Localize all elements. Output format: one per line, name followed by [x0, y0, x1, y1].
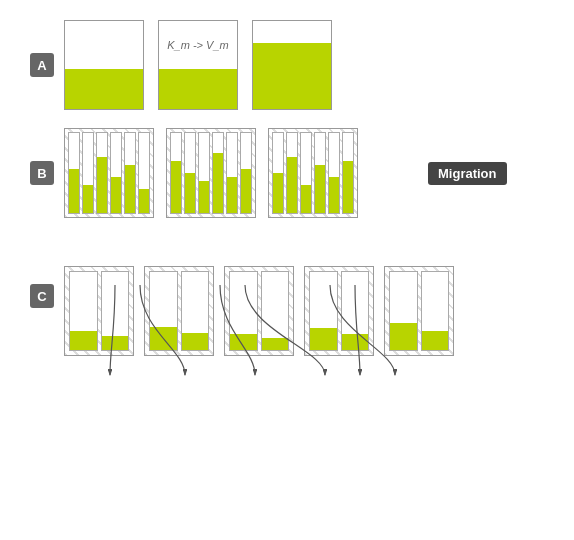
bar-c3-2: [261, 271, 290, 351]
bar-b3-3: [300, 132, 312, 214]
section-a-boxes: K_m -> V_m: [64, 20, 332, 110]
bar-b1-4: [110, 132, 122, 214]
bar-c2-2: [181, 271, 210, 351]
bar-b3-1: [272, 132, 284, 214]
bar-c3-1: [229, 271, 258, 351]
bar-c5-1: [389, 271, 418, 351]
fill-a2: [159, 69, 237, 109]
fill-a1: [65, 69, 143, 109]
box-a1: [64, 20, 144, 110]
bar-b2-2: [184, 132, 196, 214]
box-a3: [252, 20, 332, 110]
bar-c4-1: [309, 271, 338, 351]
bar-b1-5: [124, 132, 136, 214]
bar-b2-5: [226, 132, 238, 214]
bar-b2-3: [198, 132, 210, 214]
bar-c1-1: [69, 271, 98, 351]
row-b: B: [30, 128, 564, 218]
bar-b2-1: [170, 132, 182, 214]
bar-b3-5: [328, 132, 340, 214]
main-container: A K_m -> V_m B: [0, 0, 574, 540]
migration-badge: Migration: [428, 162, 507, 185]
bar-c1-2: [101, 271, 130, 351]
bar-c4-2: [341, 271, 370, 351]
row-c: C: [30, 236, 564, 356]
bar-b2-6: [240, 132, 252, 214]
box-c2: [144, 266, 214, 356]
box-a2-label: K_m -> V_m: [167, 39, 228, 51]
label-b: B: [30, 161, 54, 185]
box-b3: [268, 128, 358, 218]
box-b2: [166, 128, 256, 218]
bar-c2-1: [149, 271, 178, 351]
bar-b3-4: [314, 132, 326, 214]
row-a: A K_m -> V_m: [30, 20, 564, 110]
label-a: A: [30, 53, 54, 77]
bar-b1-1: [68, 132, 80, 214]
box-a2: K_m -> V_m: [158, 20, 238, 110]
box-b1: [64, 128, 154, 218]
label-c: C: [30, 284, 54, 308]
bar-b1-6: [138, 132, 150, 214]
box-c1: [64, 266, 134, 356]
bar-c5-2: [421, 271, 450, 351]
box-c3: [224, 266, 294, 356]
migration-area: Migration: [428, 162, 507, 185]
bar-b3-6: [342, 132, 354, 214]
section-b-boxes: [64, 128, 358, 218]
bar-b2-4: [212, 132, 224, 214]
bar-b1-2: [82, 132, 94, 214]
box-c4: [304, 266, 374, 356]
fill-a3: [253, 43, 331, 109]
box-c5: [384, 266, 454, 356]
bar-b3-2: [286, 132, 298, 214]
bar-b1-3: [96, 132, 108, 214]
section-c-boxes: [64, 266, 454, 356]
